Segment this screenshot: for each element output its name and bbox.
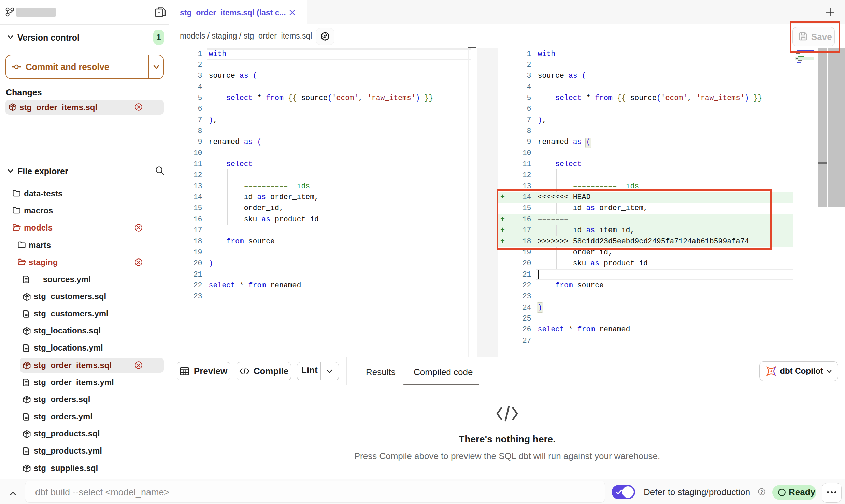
svg-text:?: ? [760,489,763,495]
